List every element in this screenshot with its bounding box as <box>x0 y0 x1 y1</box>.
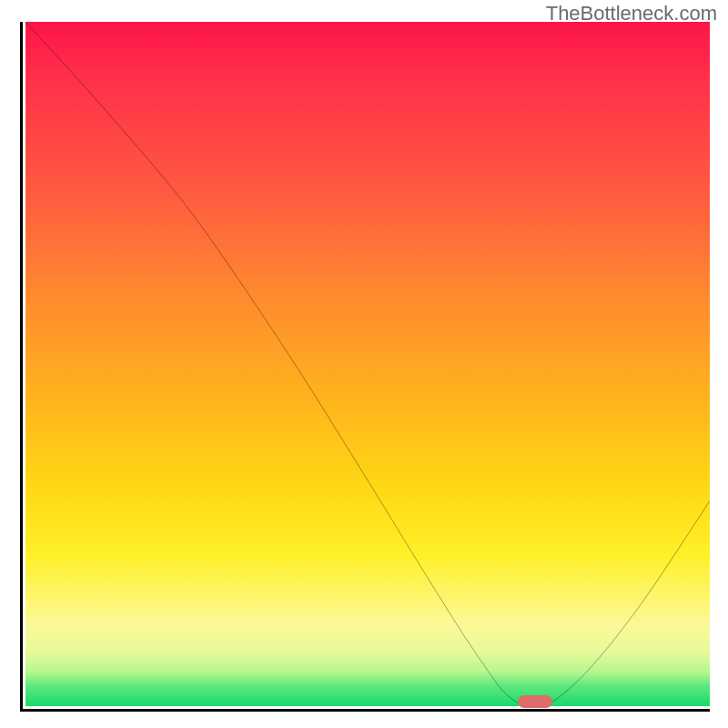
curve-path <box>25 22 710 706</box>
optimal-marker <box>518 695 552 708</box>
plot-area <box>20 22 710 712</box>
chart-container: TheBottleneck.com <box>0 0 728 728</box>
curve-svg <box>25 22 710 706</box>
watermark-text: TheBottleneck.com <box>546 2 717 25</box>
